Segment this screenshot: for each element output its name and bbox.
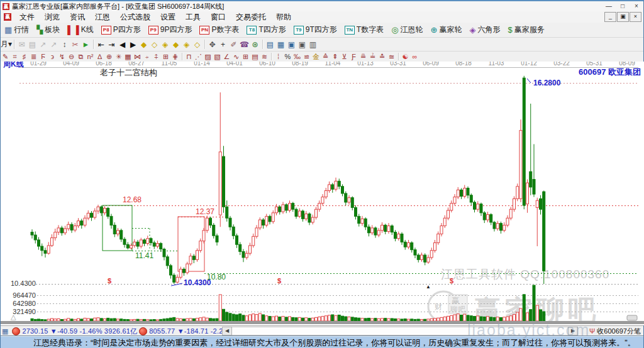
kline-chart-svg[interactable]: 江恩工具软件 QQ:100800360赢家聊吧财赢聊吧01-2904-0906-… <box>1 62 644 325</box>
fib-icon[interactable]: Ƒ <box>349 52 358 62</box>
chart-area[interactable]: 江恩工具软件 QQ:100800360赢家聊吧财赢聊吧01-2904-0906-… <box>1 62 644 325</box>
mdi-restore-button[interactable]: ▣ <box>617 12 629 22</box>
fan-lines-icon[interactable]: ⋰ <box>194 52 203 62</box>
updown-dropdown-icon[interactable]: ↕ <box>59 38 70 51</box>
scroll-track[interactable] <box>232 327 568 335</box>
maximize-button[interactable]: □ <box>616 1 630 11</box>
gann-grid-icon[interactable]: ▦ <box>123 52 133 62</box>
xor-lines-icon[interactable]: ⊻ <box>340 52 349 62</box>
export-icon[interactable]: ▥ <box>308 38 318 51</box>
toolbar-t-square-button[interactable]: T8T四方形 <box>243 23 289 37</box>
pane-splitter[interactable] <box>1 321 644 324</box>
last-page-icon[interactable]: ⇥ <box>106 38 117 51</box>
menu-item-help[interactable]: 帮助 <box>271 12 296 23</box>
sharp-icon[interactable]: ♯ <box>19 52 29 62</box>
mail-icon[interactable]: ✉ <box>16 38 27 51</box>
pane-mini-button[interactable] <box>627 315 637 320</box>
horizontal-scrollbar[interactable]: ◀ ▶ <box>222 327 578 335</box>
wheel-small-icon[interactable]: ⊛ <box>250 38 260 51</box>
flag-icon[interactable]: ► <box>80 38 91 51</box>
menu-item-gann[interactable]: 江恩 <box>90 12 115 23</box>
diamond-1-icon[interactable]: ◆ <box>138 38 149 51</box>
box-up-icon[interactable]: ⍏ <box>152 52 161 62</box>
toolbar-kline-button[interactable]: ▌▐K线 <box>64 23 97 37</box>
bowtie-icon[interactable]: ⋈ <box>133 52 142 62</box>
menu-item-browse[interactable]: 浏览 <box>40 12 65 23</box>
diamond-2-icon[interactable]: ◇ <box>149 38 160 51</box>
corresponds-icon[interactable]: ≙ <box>321 52 330 62</box>
boxes-icon[interactable]: ⧉ <box>76 52 86 62</box>
menu-item-tools[interactable]: 工具 <box>180 12 206 23</box>
menu-item-news[interactable]: 资讯 <box>65 12 90 23</box>
percent-icon[interactable]: % <box>283 52 292 62</box>
time-grid-icon[interactable]: ⊞ <box>241 52 250 62</box>
scroll-left-button[interactable]: ◀ <box>222 327 232 335</box>
report-icon[interactable]: ▤ <box>27 38 38 51</box>
menu-item-formula-stock-pick[interactable]: 公式选股 <box>115 12 155 23</box>
menu-item-window[interactable]: 窗口 <box>206 12 231 23</box>
draw-icon[interactable]: ✐ <box>228 38 239 51</box>
toolbar-quotes-button[interactable]: ▦行情 <box>1 23 33 37</box>
minimize-button[interactable]: — <box>602 1 616 11</box>
grid-plus-icon[interactable]: ⊞ <box>161 52 170 62</box>
gann-f-icon[interactable]: Ϝ <box>38 52 48 62</box>
diamond-6-icon[interactable]: ◇ <box>192 38 203 51</box>
save-data-icon[interactable]: ▣ <box>297 38 308 51</box>
toolbar-t-number-table-button[interactable]: TNT数字表 <box>341 23 387 37</box>
first-page-icon[interactable]: ⇤ <box>96 38 106 51</box>
trend-a-icon[interactable]: ↗ <box>38 38 48 51</box>
eq-star-icon[interactable]: ≛ <box>377 52 387 62</box>
pencil-icon[interactable]: ✎ <box>1 52 10 62</box>
close-button[interactable]: × <box>630 1 643 11</box>
yin-yang-icon[interactable]: ☯ <box>401 52 410 62</box>
levels-up-icon[interactable]: ⇞ <box>330 52 340 62</box>
calculator-icon[interactable]: ▦ <box>275 38 286 51</box>
box-arrow-icon[interactable]: ⍆ <box>142 52 152 62</box>
permille-icon[interactable]: ‰ <box>292 52 302 62</box>
infinity-icon[interactable]: ∞ <box>410 52 419 62</box>
arc-tool-icon[interactable]: ⊓ <box>184 52 194 62</box>
wave-bands-icon[interactable]: ≋ <box>260 52 269 62</box>
crosshair-icon[interactable]: + <box>218 38 228 51</box>
circle-line-icon[interactable]: ⊖ <box>67 52 76 62</box>
star-lines-icon[interactable]: ✳ <box>114 52 123 62</box>
n-square-icon[interactable]: n² <box>86 52 95 62</box>
mdi-close-button[interactable]: × <box>630 12 641 22</box>
clip-icon[interactable]: ✂ <box>70 38 80 51</box>
eq-m-icon[interactable]: ≞ <box>358 52 368 62</box>
lines-icon[interactable]: ≣ <box>29 52 38 62</box>
toolbar-gann-wheel-button[interactable]: ◎江恩轮 <box>387 23 426 37</box>
gann-circle-icon[interactable]: ⊕ <box>104 52 114 62</box>
phone-icon[interactable]: ☎ <box>239 38 250 51</box>
toolbar-winner-wheel-button[interactable]: ⊕赢家轮 <box>427 23 466 37</box>
scroll-right-button[interactable]: ▶ <box>568 327 578 335</box>
grid-small-icon[interactable]: ⌗ <box>10 52 19 62</box>
prev-bar-icon[interactable]: ◀ <box>117 38 128 51</box>
bars-tool-icon[interactable]: ⦙ <box>274 52 283 62</box>
gold-ratio-icon[interactable]: 金 <box>311 52 321 62</box>
toolbar-9p-square-button[interactable]: P99P四方形 <box>145 23 196 37</box>
trend-b-icon[interactable]: ↗ <box>48 38 59 51</box>
period-dropdown-icon[interactable]: 月▾ <box>1 38 12 51</box>
save-layout-icon[interactable]: ▣ <box>286 38 297 51</box>
menu-item-file[interactable]: 文件 <box>14 12 40 23</box>
toolbar-sectors-button[interactable]: ▚板块 <box>33 23 64 37</box>
menu-item-trade-entrust[interactable]: 交易委托 <box>231 12 271 23</box>
mdi-minimize-button[interactable]: _ <box>604 12 616 22</box>
next-bar-icon[interactable]: ▶ <box>128 38 138 51</box>
triangle-tool-icon[interactable]: ∆ <box>95 52 104 62</box>
cycle-wave-icon[interactable]: ∿ <box>231 52 241 62</box>
diamond-3-icon[interactable]: ◈ <box>160 38 170 51</box>
shade-1-icon[interactable]: ▨ <box>203 52 213 62</box>
approx-icon[interactable]: ≌ <box>302 52 311 62</box>
toolbar-p-square-button[interactable]: P8P四方形 <box>97 23 145 37</box>
quote-grid-icon[interactable]: ▦ <box>2 327 8 335</box>
toolbar-hexagon-button[interactable]: ◈六角形 <box>465 23 504 37</box>
calendar-icon[interactable]: ▤ <box>265 38 275 51</box>
congruent-icon[interactable]: ≅ <box>387 52 396 62</box>
toolbar-p-number-table-button[interactable]: PNP数字表 <box>196 23 243 37</box>
price-rows-icon[interactable]: ▤ <box>250 52 260 62</box>
zigzag-icon[interactable]: ↯ <box>57 52 67 62</box>
menu-item-settings[interactable]: 设置 <box>155 12 180 23</box>
hash-lines-icon[interactable]: ⋕ <box>170 52 180 62</box>
